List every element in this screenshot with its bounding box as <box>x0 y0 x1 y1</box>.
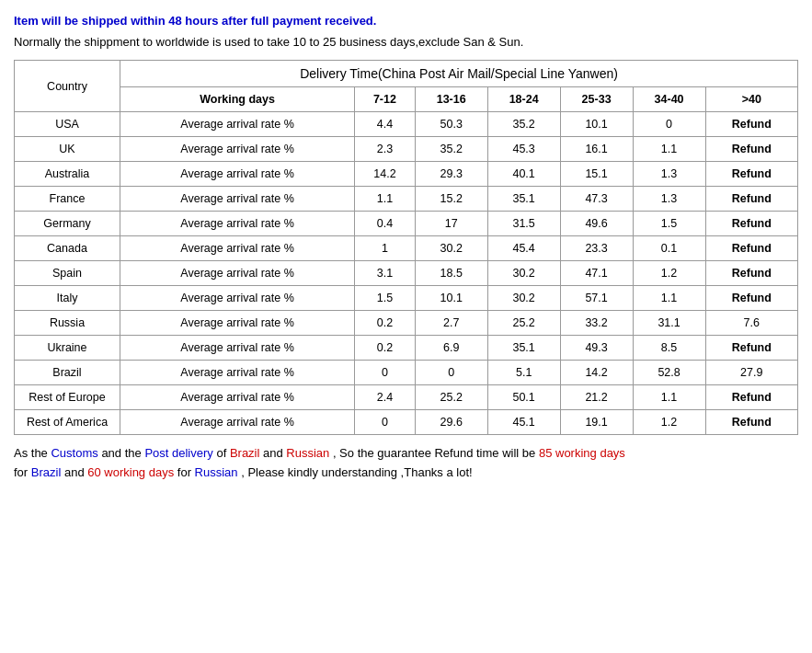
col-country-header: Country <box>15 61 120 112</box>
country-cell: Russia <box>15 311 120 336</box>
footer-russian1: Russian <box>286 446 329 460</box>
arrival-rate-label: Average arrival rate % <box>120 361 355 385</box>
table-row: ItalyAverage arrival rate %1.510.130.257… <box>15 286 798 311</box>
value-cell-1: 15.2 <box>415 187 487 212</box>
footer-part5: , So the guarantee Refund time will be <box>329 446 539 460</box>
arrival-rate-label: Average arrival rate % <box>120 236 355 261</box>
footer-part9: , Please kindly understanding ,Thanks a … <box>238 465 473 479</box>
value-cell-3: 23.3 <box>560 236 633 261</box>
value-cell-0: 14.2 <box>355 162 416 187</box>
value-cell-0: 4.4 <box>355 112 416 137</box>
value-cell-5: 27.9 <box>705 361 797 385</box>
value-cell-2: 35.2 <box>487 112 560 137</box>
value-cell-2: 31.5 <box>487 212 560 236</box>
value-cell-5: Refund <box>705 112 797 137</box>
value-cell-1: 17 <box>415 212 487 236</box>
country-cell: Spain <box>15 261 120 286</box>
value-cell-1: 29.6 <box>415 410 487 435</box>
footer-part6: for <box>14 465 31 479</box>
value-cell-4: 1.2 <box>633 410 705 435</box>
arrival-rate-label: Average arrival rate % <box>120 311 355 336</box>
value-cell-0: 2.3 <box>355 137 416 162</box>
col-18-24-header: 18-24 <box>487 87 560 112</box>
value-cell-1: 50.3 <box>415 112 487 137</box>
value-cell-1: 35.2 <box>415 137 487 162</box>
value-cell-3: 33.2 <box>560 311 633 336</box>
footer-post: Post delivery <box>144 446 212 460</box>
country-cell: Italy <box>15 286 120 311</box>
notice-2: Normally the shippment to worldwide is u… <box>14 35 798 49</box>
footer-brazil2: Brazil <box>31 465 62 479</box>
value-cell-1: 10.1 <box>415 286 487 311</box>
value-cell-4: 1.5 <box>633 212 705 236</box>
country-cell: USA <box>15 112 120 137</box>
footer-part1: As the <box>14 446 51 460</box>
value-cell-3: 15.1 <box>560 162 633 187</box>
arrival-rate-label: Average arrival rate % <box>120 137 355 162</box>
country-cell: Australia <box>15 162 120 187</box>
value-cell-0: 0 <box>355 361 416 385</box>
footer-part2: and the <box>98 446 145 460</box>
value-cell-1: 30.2 <box>415 236 487 261</box>
footer-russian2: Russian <box>195 465 238 479</box>
arrival-rate-label: Average arrival rate % <box>120 112 355 137</box>
table-row: UKAverage arrival rate %2.335.245.316.11… <box>15 137 798 162</box>
value-cell-2: 25.2 <box>487 311 560 336</box>
value-cell-0: 1.5 <box>355 286 416 311</box>
country-cell: Rest of Europe <box>15 385 120 410</box>
value-cell-2: 30.2 <box>487 261 560 286</box>
arrival-rate-label: Average arrival rate % <box>120 336 355 361</box>
value-cell-5: Refund <box>705 286 797 311</box>
arrival-rate-label: Average arrival rate % <box>120 286 355 311</box>
value-cell-3: 14.2 <box>560 361 633 385</box>
value-cell-5: 7.6 <box>705 311 797 336</box>
value-cell-5: Refund <box>705 410 797 435</box>
value-cell-4: 8.5 <box>633 336 705 361</box>
value-cell-3: 19.1 <box>560 410 633 435</box>
footer-part8: for <box>174 465 194 479</box>
arrival-rate-label: Average arrival rate % <box>120 212 355 236</box>
table-row: UkraineAverage arrival rate %0.26.935.14… <box>15 336 798 361</box>
col-7-12-header: 7-12 <box>355 87 416 112</box>
value-cell-0: 0.2 <box>355 336 416 361</box>
value-cell-1: 0 <box>415 361 487 385</box>
table-row: AustraliaAverage arrival rate %14.229.34… <box>15 162 798 187</box>
col-34-40-header: 34-40 <box>633 87 705 112</box>
table-row: Rest of EuropeAverage arrival rate %2.42… <box>15 385 798 410</box>
value-cell-1: 6.9 <box>415 336 487 361</box>
value-cell-3: 10.1 <box>560 112 633 137</box>
footer-part3: of <box>213 446 230 460</box>
value-cell-5: Refund <box>705 385 797 410</box>
value-cell-0: 0 <box>355 410 416 435</box>
value-cell-0: 0.4 <box>355 212 416 236</box>
value-cell-0: 0.2 <box>355 311 416 336</box>
value-cell-2: 35.1 <box>487 187 560 212</box>
value-cell-4: 1.3 <box>633 162 705 187</box>
value-cell-3: 21.2 <box>560 385 633 410</box>
notice-1: Item will be shipped within 48 hours aft… <box>14 14 798 28</box>
arrival-rate-label: Average arrival rate % <box>120 385 355 410</box>
country-cell: Ukraine <box>15 336 120 361</box>
value-cell-5: Refund <box>705 137 797 162</box>
value-cell-4: 1.3 <box>633 187 705 212</box>
value-cell-0: 2.4 <box>355 385 416 410</box>
country-cell: Germany <box>15 212 120 236</box>
value-cell-3: 49.6 <box>560 212 633 236</box>
value-cell-4: 0.1 <box>633 236 705 261</box>
footer-part7: and <box>61 465 87 479</box>
footer-days60: 60 working days <box>87 465 174 479</box>
footer-note: As the Customs and the Post delivery of … <box>14 444 798 483</box>
arrival-rate-label: Average arrival rate % <box>120 261 355 286</box>
table-row: USAAverage arrival rate %4.450.335.210.1… <box>15 112 798 137</box>
country-cell: Brazil <box>15 361 120 385</box>
value-cell-1: 29.3 <box>415 162 487 187</box>
value-cell-5: Refund <box>705 236 797 261</box>
value-cell-3: 49.3 <box>560 336 633 361</box>
country-cell: France <box>15 187 120 212</box>
value-cell-5: Refund <box>705 212 797 236</box>
country-cell: Rest of America <box>15 410 120 435</box>
value-cell-4: 31.1 <box>633 311 705 336</box>
value-cell-3: 57.1 <box>560 286 633 311</box>
value-cell-5: Refund <box>705 336 797 361</box>
arrival-rate-label: Average arrival rate % <box>120 162 355 187</box>
